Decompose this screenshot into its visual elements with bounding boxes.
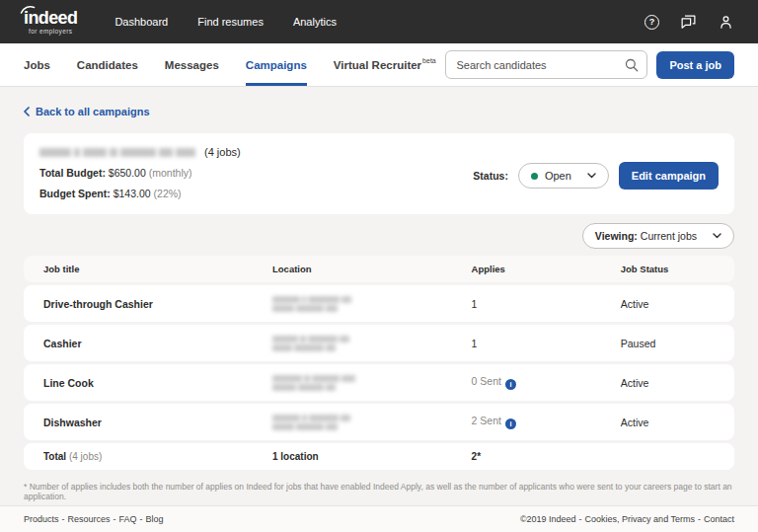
nav-dashboard[interactable]: Dashboard bbox=[114, 16, 168, 28]
search-input[interactable] bbox=[445, 50, 647, 79]
footer-link-blog[interactable]: Blog bbox=[146, 514, 164, 524]
tab-campaigns[interactable]: Campaigns bbox=[246, 43, 307, 86]
indeed-logo[interactable]: indeed for employers bbox=[24, 9, 77, 36]
tab-jobs[interactable]: Jobs bbox=[24, 43, 50, 86]
budget-spent-line: Budget Spent: $143.00 (22%) bbox=[39, 188, 241, 199]
top-navigation-bar: indeed for employers Dashboard Find resu… bbox=[0, 0, 758, 43]
edit-campaign-button[interactable]: Edit campaign bbox=[619, 162, 719, 190]
status-dropdown[interactable]: Open bbox=[518, 163, 609, 189]
redacted-location bbox=[272, 415, 472, 430]
beta-badge: beta bbox=[422, 57, 436, 64]
back-to-campaigns-link[interactable]: Back to all campaigns bbox=[24, 106, 150, 117]
nav-find-resumes[interactable]: Find resumes bbox=[197, 16, 264, 28]
status-open-dot-icon bbox=[531, 173, 538, 180]
tab-messages[interactable]: Messages bbox=[165, 43, 219, 86]
status-label: Status: bbox=[473, 170, 508, 182]
redacted-campaign-name bbox=[39, 148, 195, 157]
jobs-table: Job title Location Applies Job Status Dr… bbox=[24, 256, 734, 470]
footer-link-contact[interactable]: Contact bbox=[704, 514, 734, 524]
applies-footnote: * Number of applies includes both the nu… bbox=[24, 482, 734, 501]
campaign-summary-card: (4 jobs) Total Budget: $650.00 (monthly)… bbox=[24, 133, 734, 214]
post-a-job-button[interactable]: Post a job bbox=[656, 51, 734, 79]
table-row[interactable]: Line Cook 0 Senti Active bbox=[24, 364, 734, 401]
job-status-value: Paused bbox=[621, 338, 734, 349]
job-status-value: Active bbox=[621, 377, 734, 389]
table-total-row: Total (4 jobs) 1 location 2* bbox=[24, 443, 734, 470]
total-budget-line: Total Budget: $650.00 (monthly) bbox=[39, 167, 241, 179]
table-header-row: Job title Location Applies Job Status bbox=[24, 256, 734, 282]
redacted-location bbox=[272, 296, 472, 312]
page-footer: Products - Resources - FAQ - Blog ©2019 … bbox=[0, 505, 758, 532]
copyright-text: ©2019 Indeed bbox=[520, 514, 576, 524]
messages-chat-icon[interactable] bbox=[680, 14, 697, 31]
col-location: Location bbox=[272, 264, 472, 274]
help-icon[interactable]: ? bbox=[644, 15, 659, 30]
tab-virtual-recruiter[interactable]: Virtual Recruiterbeta bbox=[334, 43, 436, 86]
redacted-location bbox=[272, 375, 472, 391]
col-job-title: Job title bbox=[24, 264, 272, 274]
account-person-icon[interactable] bbox=[718, 14, 734, 31]
footer-link-resources[interactable]: Resources bbox=[68, 514, 111, 524]
redacted-location bbox=[272, 336, 472, 351]
search-icon bbox=[625, 58, 639, 72]
table-row[interactable]: Dishwasher 2 Senti Active bbox=[24, 404, 734, 440]
info-icon[interactable]: i bbox=[505, 379, 516, 390]
logo-arc-icon bbox=[20, 5, 36, 14]
candidate-search bbox=[445, 50, 647, 79]
viewing-filter-dropdown[interactable]: Viewing: Current jobs bbox=[582, 223, 734, 249]
col-applies: Applies bbox=[472, 264, 621, 274]
secondary-navigation: Jobs Candidates Messages Campaigns Virtu… bbox=[0, 43, 758, 87]
campaign-details: (4 jobs) Total Budget: $650.00 (monthly)… bbox=[39, 146, 241, 199]
logo-sub-text: for employers bbox=[24, 29, 77, 36]
footer-link-faq[interactable]: FAQ bbox=[119, 514, 137, 524]
table-row[interactable]: Drive-through Cashier 1 Active bbox=[24, 285, 734, 322]
chevron-down-icon bbox=[587, 173, 596, 179]
nav-analytics[interactable]: Analytics bbox=[293, 16, 337, 28]
total-location: 1 location bbox=[272, 451, 472, 462]
job-status-value: Active bbox=[621, 298, 734, 310]
table-row[interactable]: Cashier 1 Paused bbox=[24, 325, 734, 361]
job-status-value: Active bbox=[621, 417, 734, 428]
total-label: Total bbox=[43, 451, 66, 462]
footer-link-products[interactable]: Products bbox=[24, 514, 59, 524]
total-applies: 2* bbox=[472, 451, 621, 462]
info-icon[interactable]: i bbox=[505, 418, 516, 429]
campaign-jobs-count: (4 jobs) bbox=[204, 146, 241, 158]
footer-link-cookies-privacy-terms[interactable]: Cookies, Privacy and Terms bbox=[585, 514, 695, 524]
chevron-left-icon bbox=[24, 107, 30, 116]
tab-candidates[interactable]: Candidates bbox=[77, 43, 138, 86]
col-job-status: Job Status bbox=[621, 264, 734, 274]
main-content: Back to all campaigns (4 jobs) Total Bud… bbox=[0, 103, 758, 501]
chevron-down-icon bbox=[713, 233, 721, 239]
top-nav-links: Dashboard Find resumes Analytics bbox=[114, 16, 337, 28]
